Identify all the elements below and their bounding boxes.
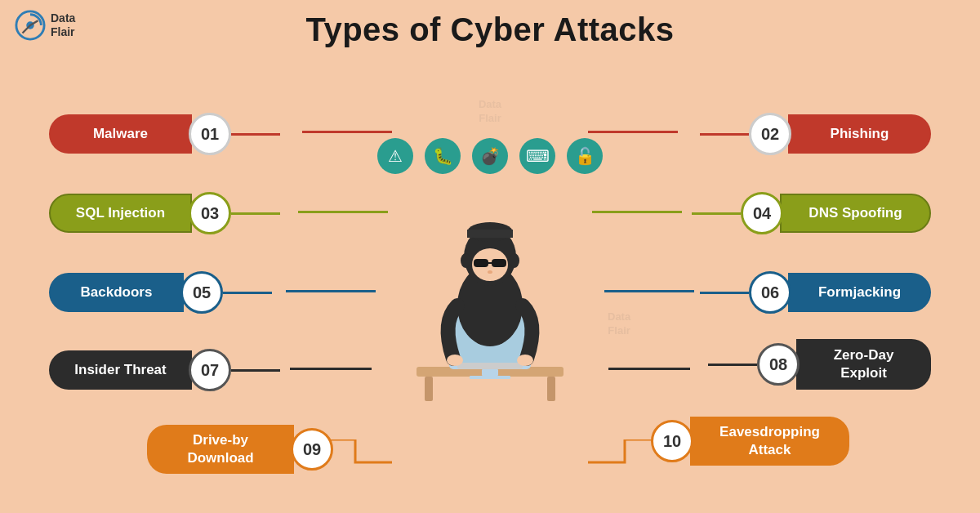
- svg-rect-8: [470, 376, 510, 379]
- formjacking-number: 06: [749, 271, 791, 314]
- driveby-label: Drive-by Download: [147, 425, 294, 474]
- logo: Data Flair: [15, 10, 75, 41]
- sql-label: SQL Injection: [49, 194, 192, 233]
- logo-icon: [15, 10, 46, 41]
- hacker-illustration: [400, 179, 580, 408]
- attack-insider: Insider Threat 07: [49, 349, 280, 391]
- svg-rect-16: [492, 259, 506, 267]
- svg-rect-20: [467, 230, 513, 238]
- line-row3-left: [286, 290, 376, 292]
- svg-point-22: [510, 253, 519, 268]
- center-figure: ⚠ 🐛 💣 ⌨ 🔓: [384, 135, 596, 437]
- warning-icon: ⚠: [377, 138, 413, 174]
- phishing-number: 02: [749, 113, 791, 155]
- attack-dns: DNS Spoofing 04: [692, 192, 931, 234]
- insider-number: 07: [189, 349, 231, 391]
- driveby-number: 09: [291, 428, 333, 471]
- svg-point-21: [461, 253, 470, 268]
- attack-malware: Malware 01: [49, 113, 280, 155]
- formjacking-label: Formjacking: [788, 273, 931, 312]
- malware-label: Malware: [49, 114, 192, 154]
- attack-backdoors: Backdoors 05: [49, 271, 272, 314]
- dns-label: DNS Spoofing: [780, 194, 931, 233]
- attack-phishing: Phishing 02: [700, 113, 931, 155]
- svg-rect-7: [482, 369, 498, 376]
- svg-rect-15: [474, 259, 488, 267]
- sql-number: 03: [189, 192, 231, 234]
- svg-point-11: [447, 355, 463, 366]
- line-row1-right: [588, 131, 678, 133]
- attack-zeroday: Zero-Day Exploit 08: [708, 339, 931, 390]
- zeroday-label: Zero-Day Exploit: [796, 339, 931, 390]
- line-row4-right: [608, 368, 690, 370]
- backdoors-label: Backdoors: [49, 273, 184, 312]
- line-row1-left: [302, 131, 392, 133]
- grid-icon: ⌨: [519, 138, 555, 174]
- malware-number: 01: [189, 113, 231, 155]
- zeroday-connector: [708, 364, 757, 366]
- attack-formjacking: Formjacking 06: [700, 271, 931, 314]
- cyber-icons-row: ⚠ 🐛 💣 ⌨ 🔓: [377, 138, 603, 174]
- bug-icon: 🐛: [425, 138, 461, 174]
- watermark-2: Data Flair: [608, 310, 630, 338]
- attack-sql: SQL Injection 03: [49, 192, 280, 234]
- svg-point-12: [517, 355, 533, 366]
- eaves-label: Eavesdropping Attack: [690, 417, 849, 466]
- svg-rect-3: [425, 377, 433, 401]
- svg-point-18: [488, 270, 492, 274]
- dns-connector: [692, 212, 741, 215]
- phishing-label: Phishing: [788, 114, 931, 154]
- attack-eaves: Eavesdropping Attack 10: [651, 417, 849, 466]
- sql-connector: [231, 212, 280, 215]
- lock-icon: 🔓: [567, 138, 603, 174]
- attack-driveby: Drive-by Download 09: [147, 425, 333, 474]
- line-row4-left: [290, 368, 372, 370]
- svg-rect-4: [547, 377, 555, 401]
- eaves-number: 10: [651, 420, 693, 462]
- bomb-icon: 💣: [472, 138, 508, 174]
- insider-label: Insider Threat: [49, 350, 192, 390]
- formjacking-connector: [700, 292, 749, 294]
- dns-number: 04: [741, 192, 783, 234]
- line-row2-left: [298, 211, 388, 213]
- logo-text: Data Flair: [51, 11, 75, 39]
- malware-connector: [231, 133, 280, 136]
- line-row3-right: [604, 290, 694, 292]
- zeroday-number: 08: [757, 343, 800, 386]
- line-row2-right: [592, 211, 682, 213]
- phishing-connector: [700, 133, 749, 136]
- watermark-1: Data Flair: [479, 98, 501, 126]
- svg-rect-9: [457, 363, 523, 369]
- backdoors-connector: [223, 292, 272, 294]
- insider-connector: [231, 369, 280, 372]
- backdoors-number: 05: [180, 271, 223, 314]
- page-title: Types of Cyber Attacks: [0, 11, 980, 48]
